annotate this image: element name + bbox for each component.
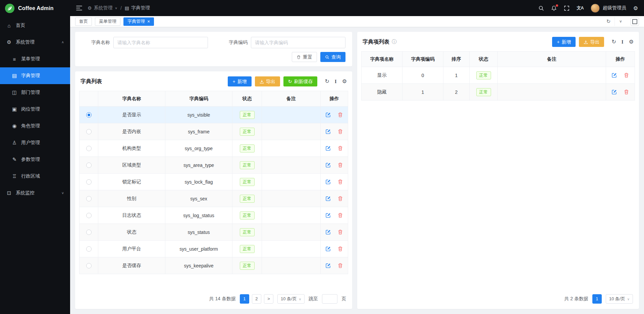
edit-icon[interactable] [325,246,331,252]
tabbar-chevron-down-icon[interactable]: ∨ [614,17,627,26]
table-row[interactable]: 用户平台 sys_user_platform 正常 [79,241,348,257]
row-radio[interactable] [86,112,92,118]
edit-icon[interactable] [325,229,331,235]
edit-icon[interactable] [325,129,331,134]
page-size-select[interactable]: 10 条/页 ∨ [277,294,305,304]
info-icon[interactable]: ⓘ [392,39,396,45]
close-icon[interactable]: × [147,19,150,24]
add-button[interactable]: + 新增 [228,76,251,86]
refresh-icon[interactable]: ↻ [325,79,329,84]
sidebar-item-menu-mgmt[interactable]: ≡菜单管理 [0,51,70,67]
table-row[interactable]: 是否缓存 sys_keepalive 正常 [79,257,348,274]
translate-icon[interactable]: 文A [577,5,583,11]
breadcrumb-item-system[interactable]: ⚙系统管理∨ [88,5,117,11]
edit-icon[interactable] [325,145,331,151]
search-icon[interactable] [538,5,544,11]
item-code-cell: 0 [402,67,443,84]
fullscreen-icon[interactable] [564,5,570,11]
table-row[interactable]: 性别 sys_sex 正常 [79,190,348,207]
delete-icon[interactable] [337,246,343,252]
edit-icon[interactable] [325,112,331,118]
table-row[interactable]: 锁定标记 sys_lock_flag 正常 [79,174,348,190]
tab-menu-mgmt[interactable]: 菜单管理 [95,17,120,26]
column-settings-gear-icon[interactable]: ⚙ [629,39,634,45]
user-menu[interactable]: 超级管理员 [591,4,626,13]
table-row[interactable]: 显示 0 1 正常 [362,67,635,84]
edit-icon[interactable] [325,162,331,168]
sidebar-collapse-icon[interactable] [76,5,82,11]
actions-cell [321,257,348,274]
delete-icon[interactable] [337,129,343,134]
tab-dict-mgmt[interactable]: 字典管理× [123,17,154,26]
sidebar-item-role-mgmt[interactable]: ◉角色管理 [0,118,70,134]
font-size-icon[interactable]: I [335,79,337,84]
row-radio[interactable] [86,230,92,235]
table-row[interactable]: 状态 sys_status 正常 [79,224,348,241]
delete-icon[interactable] [337,145,343,151]
row-radio[interactable] [86,246,92,252]
row-radio[interactable] [86,146,92,151]
page-button-1[interactable]: 1 [240,294,249,304]
refresh-cache-button[interactable]: ↻ 刷新缓存 [283,76,318,86]
page-button-1[interactable]: 1 [592,294,602,304]
sidebar-item-home[interactable]: ⌂首页 [0,17,70,34]
edit-icon[interactable] [611,72,617,78]
content-fullscreen-icon[interactable] [631,17,639,26]
row-radio[interactable] [86,179,92,185]
add-item-button[interactable]: + 新增 [552,37,576,47]
edit-icon[interactable] [611,89,617,95]
page-size-select[interactable]: 10 条/页 ∨ [606,294,633,304]
delete-icon[interactable] [337,263,343,268]
tab-home[interactable]: 首页 [75,17,92,26]
table-row[interactable]: 区域类型 sys_area_type 正常 [79,157,348,174]
sidebar-item-sys-monitor[interactable]: ⊡系统监控∨ [0,185,70,201]
table-row[interactable]: 是否内嵌 sys_frame 正常 [79,123,348,140]
query-button[interactable]: 查询 [320,52,345,62]
edit-icon[interactable] [325,196,331,201]
delete-icon[interactable] [337,196,343,201]
export-button[interactable]: 导出 [255,76,280,86]
settings-gear-icon[interactable]: ⚙ [633,5,638,11]
column-settings-gear-icon[interactable]: ⚙ [342,79,347,84]
row-radio[interactable] [86,163,92,168]
sidebar-item-user-mgmt[interactable]: ♙用户管理 [0,134,70,151]
delete-icon[interactable] [337,162,343,168]
edit-icon[interactable] [325,263,331,268]
table-row[interactable]: 隐藏 1 2 正常 [362,84,635,101]
refresh-icon[interactable]: ↻ [611,39,616,45]
sidebar-item-post-mgmt[interactable]: ▣岗位管理 [0,101,70,118]
sidebar-item-system-mgmt[interactable]: ⚙系统管理∧ [0,34,70,51]
jump-page-input[interactable] [322,294,337,304]
table-row[interactable]: 日志状态 sys_log_status 正常 [79,207,348,224]
row-radio[interactable] [86,213,92,218]
delete-icon[interactable] [624,72,629,78]
export-item-button[interactable]: 导出 [579,37,604,47]
dict-name-input[interactable] [113,37,208,48]
reset-button[interactable]: 重置 [292,52,317,62]
row-radio[interactable] [86,196,92,201]
logo[interactable]: Coffee Admin [0,0,70,16]
table-row[interactable]: 机构类型 sys_org_type 正常 [79,140,348,157]
delete-icon[interactable] [337,112,343,118]
status-cell: 正常 [232,241,262,257]
edit-icon[interactable] [325,179,331,185]
row-radio[interactable] [86,129,92,134]
edit-icon[interactable] [325,212,331,218]
table-row[interactable]: 是否显示 sys_visible 正常 [79,107,348,123]
delete-icon[interactable] [337,212,343,218]
sidebar-item-dept-mgmt[interactable]: ◫部门管理 [0,84,70,101]
row-radio[interactable] [86,263,92,268]
font-size-icon[interactable]: I [622,40,624,45]
delete-icon[interactable] [337,229,343,235]
tabbar-refresh-icon[interactable]: ↻ [602,16,614,27]
sidebar-item-param-mgmt[interactable]: ✎参数管理 [0,151,70,168]
dict-code-input[interactable] [251,37,345,48]
sidebar-item-dict-mgmt[interactable]: ▤字典管理 [0,67,70,84]
sidebar-item-region-mgmt[interactable]: ♖行政区域 [0,168,70,185]
breadcrumb-item-dict[interactable]: ▤字典管理 [125,5,150,11]
delete-icon[interactable] [337,179,343,185]
next-page-button[interactable]: > [264,294,273,304]
page-button-2[interactable]: 2 [252,294,261,304]
delete-icon[interactable] [624,89,629,95]
bell-icon[interactable] [551,5,557,11]
